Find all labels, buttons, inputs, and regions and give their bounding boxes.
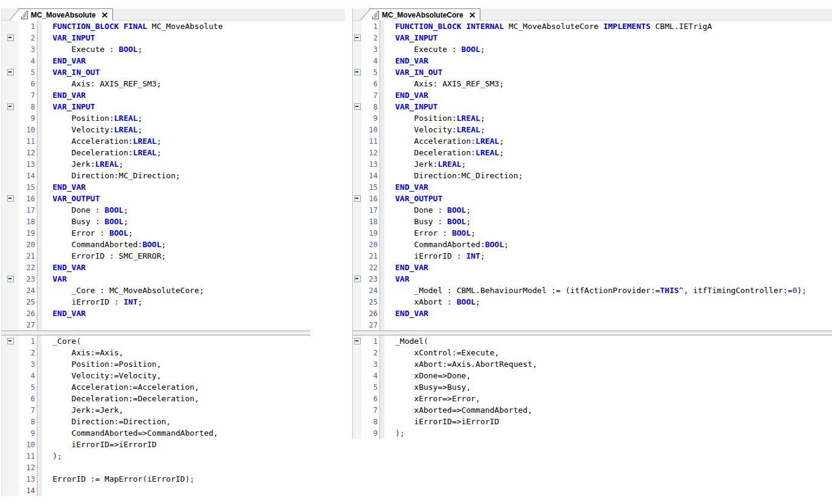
- code-line[interactable]: 11);: [2, 450, 345, 462]
- fold-collapse-icon[interactable]: [7, 34, 14, 41]
- fold-collapse-icon[interactable]: [7, 338, 14, 344]
- code-line[interactable]: 13 Jerk:LREAL;: [2, 158, 345, 170]
- code-line[interactable]: 6 xError=>Error,: [353, 393, 832, 404]
- code-line[interactable]: 4 xDone=>Done,: [353, 370, 832, 381]
- code-line[interactable]: 1_Model(: [353, 335, 832, 347]
- fold-collapse-icon[interactable]: [7, 103, 14, 110]
- code-line[interactable]: 5VAR_IN_OUT: [353, 66, 832, 78]
- declaration-implementation-split-handle[interactable]: [2, 331, 310, 335]
- code-line[interactable]: 18 Busy : BOOL;: [353, 216, 832, 227]
- code-line[interactable]: 19 Error : BOOL;: [353, 227, 832, 239]
- code-line[interactable]: 10 Velocity:LREAL;: [353, 124, 832, 135]
- code-line[interactable]: 2VAR_INPUT: [353, 32, 832, 44]
- code-line[interactable]: 6 Axis: AXIS_REF_SM3;: [353, 78, 832, 89]
- code-line[interactable]: 12: [2, 462, 345, 473]
- code-line[interactable]: 24 _Core : MC_MoveAbsoluteCore;: [2, 285, 345, 296]
- fold-collapse-icon[interactable]: [354, 34, 361, 41]
- code-line[interactable]: 13 Jerk:LREAL;: [353, 158, 832, 170]
- implementation-editor[interactable]: 1_Core(2 Axis:=Axis,3 Position:=Position…: [2, 335, 345, 496]
- code-line[interactable]: 14 Direction:MC_Direction;: [2, 170, 345, 181]
- code-line[interactable]: 4END_VAR: [2, 55, 345, 66]
- code-line[interactable]: 16VAR_OUTPUT: [2, 193, 345, 204]
- code-line[interactable]: 7 xAborted=>CommandAborted,: [353, 404, 832, 416]
- code-line[interactable]: 25 xAbort : BOOL;: [353, 296, 832, 308]
- code-line[interactable]: 14: [2, 485, 345, 496]
- code-line[interactable]: 27: [353, 319, 832, 331]
- code-line[interactable]: 22END_VAR: [2, 262, 345, 273]
- code-line[interactable]: 7END_VAR: [353, 89, 832, 101]
- code-line[interactable]: 16VAR_OUTPUT: [353, 193, 832, 204]
- fold-collapse-icon[interactable]: [7, 69, 14, 76]
- code-line[interactable]: 10 iErrorID=>iErrorID: [2, 439, 345, 450]
- code-line[interactable]: 2 Axis:=Axis,: [2, 347, 345, 358]
- code-line[interactable]: 1_Core(: [2, 335, 345, 347]
- code-line[interactable]: 8VAR_INPUT: [353, 101, 832, 112]
- code-line[interactable]: 27: [2, 319, 345, 331]
- code-line[interactable]: 6 Deceleration:=Deceleration,: [2, 393, 345, 404]
- tab-close-icon[interactable]: ✕: [469, 10, 476, 19]
- code-line[interactable]: 8 iErrorID=>iErrorID: [353, 416, 832, 427]
- code-line[interactable]: 2 xControl:=Execute,: [353, 347, 832, 358]
- fold-collapse-icon[interactable]: [354, 276, 361, 282]
- fold-collapse-icon[interactable]: [354, 69, 361, 76]
- editor-tab-mc-moveabsolutecore[interactable]: MC_MoveAbsoluteCore ✕: [369, 8, 480, 21]
- code-line[interactable]: 12 Deceleration:LREAL;: [2, 147, 345, 158]
- fold-collapse-icon[interactable]: [354, 338, 361, 344]
- code-line[interactable]: 20 CommandAborted:BOOL;: [2, 239, 345, 250]
- code-line[interactable]: 24 _Model : CBML.BehaviourModel := (itfA…: [353, 285, 832, 296]
- code-line[interactable]: 4END_VAR: [353, 55, 832, 66]
- fold-collapse-icon[interactable]: [354, 195, 361, 202]
- declaration-editor[interactable]: 1FUNCTION_BLOCK FINAL MC_MoveAbsolute2VA…: [2, 21, 345, 331]
- code-line[interactable]: 15END_VAR: [2, 181, 345, 193]
- code-line[interactable]: 6 Axis: AXIS_REF_SM3;: [2, 78, 345, 89]
- code-line[interactable]: 1FUNCTION_BLOCK FINAL MC_MoveAbsolute: [2, 21, 345, 32]
- tab-close-icon[interactable]: ✕: [101, 10, 108, 19]
- code-line[interactable]: 17 Done : BOOL;: [2, 204, 345, 216]
- code-line[interactable]: 3 Execute : BOOL;: [353, 44, 832, 55]
- fold-collapse-icon[interactable]: [7, 276, 14, 282]
- declaration-editor[interactable]: 1FUNCTION_BLOCK INTERNAL MC_MoveAbsolute…: [353, 21, 832, 331]
- fold-collapse-icon[interactable]: [7, 195, 14, 202]
- code-line[interactable]: 19 Error : BOOL;: [2, 227, 345, 239]
- code-line[interactable]: 20 CommandAborted:BOOL;: [353, 239, 832, 250]
- code-line[interactable]: 9 CommandAborted=>CommandAborted,: [2, 427, 345, 439]
- code-line[interactable]: 3 Position:=Position,: [2, 358, 345, 370]
- code-line[interactable]: 15END_VAR: [353, 181, 832, 193]
- code-line[interactable]: 5VAR_IN_OUT: [2, 66, 345, 78]
- code-line[interactable]: 26END_VAR: [353, 308, 832, 319]
- code-line[interactable]: 5 xBusy=>Busy,: [353, 381, 832, 393]
- code-line[interactable]: 11 Acceleration:LREAL;: [353, 135, 832, 147]
- code-line[interactable]: 8VAR_INPUT: [2, 101, 345, 112]
- code-line[interactable]: 25 iErrorID : INT;: [2, 296, 345, 308]
- code-line[interactable]: 18 Busy : BOOL;: [2, 216, 345, 227]
- code-line[interactable]: 17 Done : BOOL;: [353, 204, 832, 216]
- code-line[interactable]: 9 Position:LREAL;: [353, 112, 832, 124]
- code-line[interactable]: 21 iErrorID : INT;: [353, 250, 832, 262]
- code-line[interactable]: 23VAR: [353, 273, 832, 285]
- code-line[interactable]: 21 ErrorID : SMC_ERROR;: [2, 250, 345, 262]
- code-line[interactable]: 1FUNCTION_BLOCK INTERNAL MC_MoveAbsolute…: [353, 21, 832, 32]
- code-line[interactable]: 26END_VAR: [2, 308, 345, 319]
- code-line[interactable]: 8 Direction:=Direction,: [2, 416, 345, 427]
- line-number: 2: [361, 32, 379, 44]
- code-line[interactable]: 22END_VAR: [353, 262, 832, 273]
- code-line[interactable]: 2VAR_INPUT: [2, 32, 345, 44]
- code-line[interactable]: 7END_VAR: [2, 89, 345, 101]
- code-line[interactable]: 10 Velocity:LREAL;: [2, 124, 345, 135]
- implementation-editor[interactable]: 1_Model(2 xControl:=Execute,3 xAbort:=Ax…: [353, 335, 832, 439]
- declaration-implementation-split-handle[interactable]: [353, 331, 832, 335]
- code-line[interactable]: 11 Acceleration:LREAL;: [2, 135, 345, 147]
- code-line[interactable]: 4 Velocity:=Velocity,: [2, 370, 345, 381]
- code-line[interactable]: 3 Execute : BOOL;: [2, 44, 345, 55]
- editor-tab-mc-moveabsolute[interactable]: MC_MoveAbsolute ✕: [18, 8, 113, 21]
- code-line[interactable]: 3 xAbort:=Axis.AbortRequest,: [353, 358, 832, 370]
- code-line[interactable]: 13ErrorID := MapError(iErrorID);: [2, 473, 345, 485]
- code-line[interactable]: 9 Position:LREAL;: [2, 112, 345, 124]
- code-line[interactable]: 9);: [353, 427, 832, 439]
- fold-collapse-icon[interactable]: [354, 103, 361, 110]
- code-line[interactable]: 14 Direction:MC_Direction;: [353, 170, 832, 181]
- code-line[interactable]: 5 Acceleration:=Acceleration,: [2, 381, 345, 393]
- code-line[interactable]: 7 Jerk:=Jerk,: [2, 404, 345, 416]
- code-line[interactable]: 23VAR: [2, 273, 345, 285]
- code-line[interactable]: 12 Deceleration:LREAL;: [353, 147, 832, 158]
